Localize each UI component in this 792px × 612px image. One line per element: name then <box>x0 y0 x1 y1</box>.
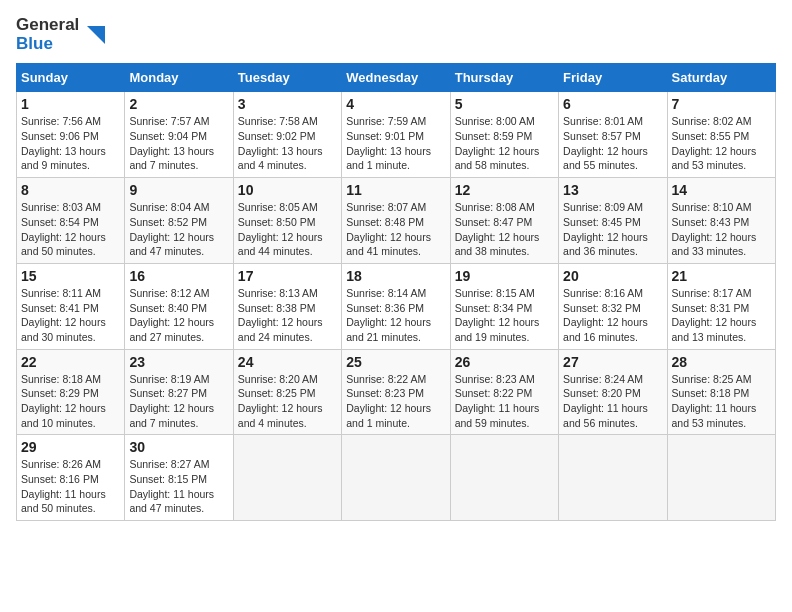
day-number: 15 <box>21 268 120 284</box>
calendar-cell: 11Sunrise: 8:07 AM Sunset: 8:48 PM Dayli… <box>342 178 450 264</box>
day-info: Sunrise: 8:16 AM Sunset: 8:32 PM Dayligh… <box>563 286 662 345</box>
day-info: Sunrise: 8:23 AM Sunset: 8:22 PM Dayligh… <box>455 372 554 431</box>
day-info: Sunrise: 8:26 AM Sunset: 8:16 PM Dayligh… <box>21 457 120 516</box>
day-number: 19 <box>455 268 554 284</box>
calendar-cell: 1Sunrise: 7:56 AM Sunset: 9:06 PM Daylig… <box>17 92 125 178</box>
day-number: 20 <box>563 268 662 284</box>
calendar-body: 1Sunrise: 7:56 AM Sunset: 9:06 PM Daylig… <box>17 92 776 521</box>
calendar-cell <box>342 435 450 521</box>
day-info: Sunrise: 8:04 AM Sunset: 8:52 PM Dayligh… <box>129 200 228 259</box>
day-info: Sunrise: 8:05 AM Sunset: 8:50 PM Dayligh… <box>238 200 337 259</box>
calendar-cell: 23Sunrise: 8:19 AM Sunset: 8:27 PM Dayli… <box>125 349 233 435</box>
calendar-week-row: 8Sunrise: 8:03 AM Sunset: 8:54 PM Daylig… <box>17 178 776 264</box>
day-info: Sunrise: 8:07 AM Sunset: 8:48 PM Dayligh… <box>346 200 445 259</box>
calendar-cell: 25Sunrise: 8:22 AM Sunset: 8:23 PM Dayli… <box>342 349 450 435</box>
calendar-cell: 20Sunrise: 8:16 AM Sunset: 8:32 PM Dayli… <box>559 263 667 349</box>
day-info: Sunrise: 8:09 AM Sunset: 8:45 PM Dayligh… <box>563 200 662 259</box>
calendar-cell: 19Sunrise: 8:15 AM Sunset: 8:34 PM Dayli… <box>450 263 558 349</box>
calendar-day-header: Sunday <box>17 64 125 92</box>
day-info: Sunrise: 8:00 AM Sunset: 8:59 PM Dayligh… <box>455 114 554 173</box>
day-number: 1 <box>21 96 120 112</box>
day-number: 10 <box>238 182 337 198</box>
day-number: 24 <box>238 354 337 370</box>
day-number: 8 <box>21 182 120 198</box>
day-info: Sunrise: 8:03 AM Sunset: 8:54 PM Dayligh… <box>21 200 120 259</box>
day-number: 7 <box>672 96 771 112</box>
day-number: 27 <box>563 354 662 370</box>
calendar-day-header: Tuesday <box>233 64 341 92</box>
calendar-cell: 24Sunrise: 8:20 AM Sunset: 8:25 PM Dayli… <box>233 349 341 435</box>
calendar-day-header: Monday <box>125 64 233 92</box>
calendar-cell: 18Sunrise: 8:14 AM Sunset: 8:36 PM Dayli… <box>342 263 450 349</box>
day-number: 6 <box>563 96 662 112</box>
day-number: 5 <box>455 96 554 112</box>
day-info: Sunrise: 8:17 AM Sunset: 8:31 PM Dayligh… <box>672 286 771 345</box>
calendar-week-row: 22Sunrise: 8:18 AM Sunset: 8:29 PM Dayli… <box>17 349 776 435</box>
calendar-cell: 7Sunrise: 8:02 AM Sunset: 8:55 PM Daylig… <box>667 92 775 178</box>
calendar-cell: 13Sunrise: 8:09 AM Sunset: 8:45 PM Dayli… <box>559 178 667 264</box>
calendar-cell: 22Sunrise: 8:18 AM Sunset: 8:29 PM Dayli… <box>17 349 125 435</box>
day-number: 25 <box>346 354 445 370</box>
calendar-day-header: Saturday <box>667 64 775 92</box>
day-info: Sunrise: 7:59 AM Sunset: 9:01 PM Dayligh… <box>346 114 445 173</box>
calendar-cell <box>667 435 775 521</box>
calendar-cell: 30Sunrise: 8:27 AM Sunset: 8:15 PM Dayli… <box>125 435 233 521</box>
calendar-cell: 15Sunrise: 8:11 AM Sunset: 8:41 PM Dayli… <box>17 263 125 349</box>
calendar-cell: 3Sunrise: 7:58 AM Sunset: 9:02 PM Daylig… <box>233 92 341 178</box>
calendar-cell <box>233 435 341 521</box>
calendar-cell: 29Sunrise: 8:26 AM Sunset: 8:16 PM Dayli… <box>17 435 125 521</box>
calendar-cell: 10Sunrise: 8:05 AM Sunset: 8:50 PM Dayli… <box>233 178 341 264</box>
day-number: 17 <box>238 268 337 284</box>
calendar-day-header: Wednesday <box>342 64 450 92</box>
calendar-cell: 6Sunrise: 8:01 AM Sunset: 8:57 PM Daylig… <box>559 92 667 178</box>
day-info: Sunrise: 8:24 AM Sunset: 8:20 PM Dayligh… <box>563 372 662 431</box>
calendar-cell: 21Sunrise: 8:17 AM Sunset: 8:31 PM Dayli… <box>667 263 775 349</box>
calendar-cell <box>450 435 558 521</box>
calendar-week-row: 15Sunrise: 8:11 AM Sunset: 8:41 PM Dayli… <box>17 263 776 349</box>
day-number: 14 <box>672 182 771 198</box>
day-number: 18 <box>346 268 445 284</box>
day-number: 28 <box>672 354 771 370</box>
day-info: Sunrise: 8:20 AM Sunset: 8:25 PM Dayligh… <box>238 372 337 431</box>
day-info: Sunrise: 7:58 AM Sunset: 9:02 PM Dayligh… <box>238 114 337 173</box>
day-number: 21 <box>672 268 771 284</box>
day-info: Sunrise: 8:19 AM Sunset: 8:27 PM Dayligh… <box>129 372 228 431</box>
day-number: 23 <box>129 354 228 370</box>
day-number: 22 <box>21 354 120 370</box>
day-number: 2 <box>129 96 228 112</box>
day-info: Sunrise: 8:15 AM Sunset: 8:34 PM Dayligh… <box>455 286 554 345</box>
calendar-cell: 12Sunrise: 8:08 AM Sunset: 8:47 PM Dayli… <box>450 178 558 264</box>
day-info: Sunrise: 7:56 AM Sunset: 9:06 PM Dayligh… <box>21 114 120 173</box>
calendar-week-row: 29Sunrise: 8:26 AM Sunset: 8:16 PM Dayli… <box>17 435 776 521</box>
calendar-cell: 5Sunrise: 8:00 AM Sunset: 8:59 PM Daylig… <box>450 92 558 178</box>
calendar-cell: 8Sunrise: 8:03 AM Sunset: 8:54 PM Daylig… <box>17 178 125 264</box>
calendar-week-row: 1Sunrise: 7:56 AM Sunset: 9:06 PM Daylig… <box>17 92 776 178</box>
calendar-day-header: Thursday <box>450 64 558 92</box>
day-number: 12 <box>455 182 554 198</box>
day-number: 26 <box>455 354 554 370</box>
calendar-day-header: Friday <box>559 64 667 92</box>
logo-blue: Blue <box>16 34 53 53</box>
calendar-header-row: SundayMondayTuesdayWednesdayThursdayFrid… <box>17 64 776 92</box>
svg-marker-0 <box>87 26 105 44</box>
day-info: Sunrise: 8:11 AM Sunset: 8:41 PM Dayligh… <box>21 286 120 345</box>
day-number: 11 <box>346 182 445 198</box>
day-info: Sunrise: 8:08 AM Sunset: 8:47 PM Dayligh… <box>455 200 554 259</box>
logo-general: General <box>16 15 79 34</box>
calendar-cell: 16Sunrise: 8:12 AM Sunset: 8:40 PM Dayli… <box>125 263 233 349</box>
day-info: Sunrise: 8:14 AM Sunset: 8:36 PM Dayligh… <box>346 286 445 345</box>
calendar-cell <box>559 435 667 521</box>
day-number: 4 <box>346 96 445 112</box>
calendar-cell: 4Sunrise: 7:59 AM Sunset: 9:01 PM Daylig… <box>342 92 450 178</box>
header: General Blue <box>16 16 776 53</box>
day-info: Sunrise: 7:57 AM Sunset: 9:04 PM Dayligh… <box>129 114 228 173</box>
calendar-cell: 28Sunrise: 8:25 AM Sunset: 8:18 PM Dayli… <box>667 349 775 435</box>
day-info: Sunrise: 8:27 AM Sunset: 8:15 PM Dayligh… <box>129 457 228 516</box>
day-info: Sunrise: 8:12 AM Sunset: 8:40 PM Dayligh… <box>129 286 228 345</box>
day-info: Sunrise: 8:01 AM Sunset: 8:57 PM Dayligh… <box>563 114 662 173</box>
day-number: 9 <box>129 182 228 198</box>
day-number: 30 <box>129 439 228 455</box>
calendar-cell: 2Sunrise: 7:57 AM Sunset: 9:04 PM Daylig… <box>125 92 233 178</box>
day-info: Sunrise: 8:25 AM Sunset: 8:18 PM Dayligh… <box>672 372 771 431</box>
day-info: Sunrise: 8:10 AM Sunset: 8:43 PM Dayligh… <box>672 200 771 259</box>
